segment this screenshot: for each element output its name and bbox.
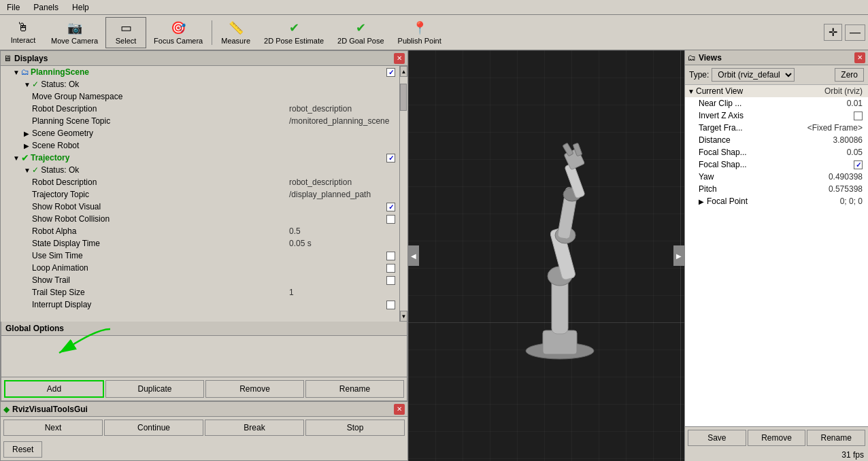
displays-close[interactable]: ✕ [394, 53, 405, 64]
views-remove-button[interactable]: Remove [748, 430, 806, 446]
list-item[interactable]: Robot Alpha 0.5 [1, 225, 399, 237]
robot-alpha-value: 0.5 [289, 226, 398, 236]
list-item[interactable]: Planning Scene Topic /monitored_planning… [1, 115, 399, 127]
next-button[interactable]: Next [3, 420, 103, 436]
collapse-right-button[interactable]: ▶ [673, 245, 684, 266]
select-button[interactable]: ▭ Select [105, 17, 146, 48]
interrupt-display-checkbox[interactable] [386, 301, 395, 309]
select-label: Select [116, 37, 137, 45]
list-item[interactable]: State Display Time 0.05 s [1, 237, 399, 250]
list-item[interactable]: ▶ Scene Robot [1, 139, 399, 152]
rviz-close-button[interactable]: ✕ [394, 404, 405, 415]
trajectory-icon: ✔ [21, 152, 29, 163]
remove-button[interactable]: Remove [205, 380, 304, 398]
list-item[interactable]: ▶ Focal Point 0; 0; 0 [685, 195, 868, 207]
2d-pose-button[interactable]: ✔ 2D Pose Estimate [258, 17, 330, 48]
show-trail-label: Show Trail [32, 275, 386, 285]
list-item[interactable]: ▼ ✓ Status: Ok [1, 164, 399, 176]
menu-help[interactable]: Help [68, 1, 93, 14]
expand-arrow[interactable]: ▼ [24, 167, 32, 174]
show-robot-visual-checkbox[interactable] [386, 203, 395, 211]
add-toolbar-icon[interactable]: ✛ [824, 24, 842, 41]
global-options: Global Options [1, 322, 407, 377]
break-button[interactable]: Break [205, 420, 304, 436]
menu-panels[interactable]: Panels [29, 1, 63, 14]
list-item[interactable]: Move Group Namespace [1, 90, 399, 103]
tree-scrollbar[interactable]: ▲ ▼ [399, 66, 407, 322]
2d-goal-button[interactable]: ✔ 2D Goal Pose [331, 17, 390, 48]
reset-button[interactable]: Reset [3, 441, 42, 458]
list-item[interactable]: Trail Step Size 1 [1, 286, 399, 298]
list-item[interactable]: Robot Description robot_description [1, 103, 399, 115]
collapse-arrow[interactable]: ▶ [24, 142, 32, 150]
measure-button[interactable]: 📏 Measure [215, 17, 256, 48]
menu-file[interactable]: File [3, 1, 24, 14]
collapse-arrow[interactable]: ▶ [24, 130, 32, 137]
rename-button[interactable]: Rename [305, 380, 404, 398]
loop-animation-checkbox[interactable] [386, 264, 395, 273]
list-item[interactable]: ▼ ✔ Trajectory [1, 152, 399, 164]
near-clip-label: Near Clip ... [699, 99, 847, 108]
focal-point-arrow[interactable]: ▶ [699, 198, 707, 205]
list-item[interactable]: Show Trail [1, 274, 399, 286]
focal-point-value: 0; 0; 0 [840, 197, 865, 206]
scroll-up[interactable]: ▲ [400, 66, 407, 77]
expand-arrow[interactable]: ▼ [24, 81, 32, 88]
expand-arrow[interactable]: ▼ [13, 69, 21, 76]
list-item[interactable]: Pitch 0.575398 [685, 183, 868, 195]
type-select[interactable]: Orbit (rviz_defaul [712, 68, 795, 82]
continue-button[interactable]: Continue [104, 420, 203, 436]
show-robot-collision-checkbox[interactable] [386, 215, 395, 224]
list-item[interactable]: Robot Description robot_description [1, 176, 399, 188]
toolbar-separator [212, 20, 212, 45]
zero-button[interactable]: Zero [835, 68, 864, 82]
focal-shape2-checkbox[interactable] [854, 160, 863, 169]
list-item[interactable]: ▼ 🗂 PlanningScene [1, 66, 399, 78]
list-item[interactable]: Interrupt Display [1, 298, 399, 311]
viewport[interactable]: ◀ ▶ [408, 50, 684, 461]
scroll-thumb[interactable] [400, 84, 407, 111]
list-item[interactable]: Yaw 0.490398 [685, 171, 868, 183]
robot-alpha-label: Robot Alpha [32, 226, 289, 236]
view-arrow[interactable]: ▼ [688, 88, 696, 95]
interact-button[interactable]: 🖱 Interact [3, 17, 44, 48]
scroll-track[interactable] [400, 77, 407, 311]
list-item[interactable]: Use Sim Time [1, 250, 399, 262]
list-item[interactable]: Target Fra... <Fixed Frame> [685, 122, 868, 134]
publish-point-button[interactable]: 📍 Publish Point [392, 17, 448, 48]
list-item[interactable]: ▼ ✓ Status: Ok [1, 78, 399, 90]
list-item[interactable]: Trajectory Topic /display_planned_path [1, 188, 399, 201]
list-item[interactable]: Near Clip ... 0.01 [685, 97, 868, 109]
add-button[interactable]: Add [4, 380, 104, 398]
list-item[interactable]: ▶ Scene Geometry [1, 127, 399, 139]
right-panel: 🗂 Views ✕ Type: Orbit (rviz_defaul Zero … [684, 50, 868, 461]
list-item[interactable]: Focal Shap... 0.05 [685, 146, 868, 158]
invert-z-checkbox[interactable] [854, 112, 863, 120]
list-item[interactable]: Show Robot Visual [1, 201, 399, 213]
list-item[interactable]: Show Robot Collision [1, 213, 399, 225]
list-item[interactable]: Focal Shap... [685, 158, 868, 171]
collapse-left-button[interactable]: ◀ [408, 245, 419, 266]
expand-arrow[interactable]: ▼ [13, 154, 21, 162]
list-item[interactable]: Loop Animation [1, 262, 399, 274]
pitch-value: 0.575398 [829, 184, 865, 194]
state-display-time-label: State Display Time [32, 239, 289, 248]
trajectory-checkbox[interactable] [386, 154, 395, 163]
views-current-view-row[interactable]: ▼ Current View Orbit (rviz) [685, 85, 868, 97]
remove-toolbar-icon[interactable]: — [845, 24, 865, 41]
near-clip-value: 0.01 [847, 99, 865, 108]
views-rename-button[interactable]: Rename [807, 430, 865, 446]
show-trail-checkbox[interactable] [386, 276, 395, 285]
focal-shape1-label: Focal Shap... [699, 148, 847, 157]
focus-camera-button[interactable]: 🎯 Focus Camera [148, 17, 209, 48]
planning-scene-checkbox[interactable] [386, 68, 395, 77]
stop-button[interactable]: Stop [305, 420, 405, 436]
list-item[interactable]: Distance 3.80086 [685, 134, 868, 146]
move-camera-button[interactable]: 📷 Move Camera [45, 17, 104, 48]
scroll-down[interactable]: ▼ [400, 311, 407, 322]
views-save-button[interactable]: Save [688, 430, 746, 446]
views-close-button[interactable]: ✕ [854, 52, 865, 63]
use-sim-time-checkbox[interactable] [386, 252, 395, 260]
list-item[interactable]: Invert Z Axis [685, 109, 868, 122]
duplicate-button[interactable]: Duplicate [105, 380, 204, 398]
